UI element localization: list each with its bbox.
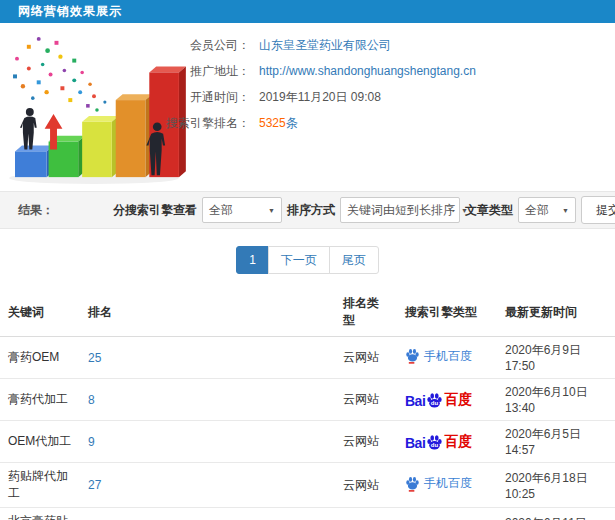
sort-filter-value: 关键词由短到长排序: [347, 202, 455, 219]
cell-engine-type: Baidu百度: [397, 421, 497, 463]
table-header-row: 关键词 排名 排名类型 搜索引擎类型 最新更新时间: [0, 288, 615, 337]
header-rank-type: 排名类型: [335, 288, 397, 337]
baidu-logo: Baidu百度: [405, 433, 472, 451]
sort-filter-select[interactable]: 关键词由短到长排序 ▼: [340, 197, 460, 223]
hero-section: 会员公司： 山东皇圣堂药业有限公司 推广地址： http://www.shand…: [0, 23, 615, 191]
cell-keyword: 药贴牌代加工: [0, 463, 80, 508]
baidu-paw-icon: [405, 348, 420, 364]
cell-updated: 2020年6月9日 17:50: [497, 337, 615, 379]
bar-orange: [116, 94, 153, 177]
engine-filter-label: 分搜索引擎查看: [113, 202, 197, 219]
cell-rank-type: 云网站: [335, 421, 397, 463]
baidu-logo-bai: Bai: [405, 393, 425, 409]
pagination-page-1[interactable]: 1: [236, 246, 269, 274]
page-title-bar: 网络营销效果展示: [0, 0, 615, 23]
bar-blue: [15, 146, 54, 178]
baidu-paw-icon: du: [426, 434, 443, 451]
table-row: 膏药OEM25云网站手机百度2020年6月9日 17:50: [0, 337, 615, 379]
chevron-down-icon: ▼: [562, 207, 569, 214]
article-type-select[interactable]: 全部 ▼: [518, 197, 576, 223]
rank-link[interactable]: 25: [88, 351, 101, 365]
cell-keyword: 膏药代加工: [0, 379, 80, 421]
open-time-label: 开通时间：: [160, 89, 250, 106]
page-title: 网络营销效果展示: [18, 4, 122, 18]
table-row: 药贴牌代加工27云网站手机百度2020年6月18日 10:25: [0, 463, 615, 508]
cell-keyword: OEM代加工: [0, 421, 80, 463]
table-row: OEM代加工9云网站Baidu百度2020年6月5日 14:57: [0, 421, 615, 463]
cell-updated: 2020年6月10日 13:40: [497, 379, 615, 421]
result-label: 结果：: [18, 202, 54, 219]
baidu-paw-icon: du: [426, 392, 443, 409]
baidu-logo-cn: 百度: [444, 433, 472, 451]
businessman-left: [20, 108, 37, 149]
cell-rank-type: 云网站: [335, 337, 397, 379]
bar-yellow: [82, 116, 119, 177]
cell-updated: 2020年6月5日 14:57: [497, 421, 615, 463]
chevron-down-icon: ▼: [268, 207, 275, 214]
info-row-open-time: 开通时间： 2019年11月20日 09:08: [160, 84, 476, 110]
baidu-logo-du: du: [431, 442, 439, 448]
submit-button[interactable]: 提交: [581, 196, 615, 224]
promo-url-link[interactable]: http://www.shandonghuangshengtang.cn: [259, 64, 476, 78]
cell-updated: 2020年6月18日 10:25: [497, 463, 615, 508]
keyword-ranking-table: 关键词 排名 排名类型 搜索引擎类型 最新更新时间 膏药OEM25云网站手机百度…: [0, 288, 615, 520]
account-info-panel: 会员公司： 山东皇圣堂药业有限公司 推广地址： http://www.shand…: [160, 32, 476, 136]
info-row-url: 推广地址： http://www.shandonghuangshengtang.…: [160, 58, 476, 84]
baidu-logo-cn: 百度: [444, 391, 472, 409]
engine-filter-select[interactable]: 全部 ▼: [202, 197, 282, 223]
rank-link[interactable]: 8: [88, 393, 95, 407]
cell-rank: 1: [80, 508, 335, 520]
header-keyword: 关键词: [0, 288, 80, 337]
cell-keyword: 膏药OEM: [0, 337, 80, 379]
engine-label: 手机百度: [424, 475, 472, 492]
confetti-dots: [13, 37, 106, 112]
cell-rank: 25: [80, 337, 335, 379]
open-time-value: 2019年11月20日 09:08: [259, 89, 381, 106]
pagination: 1 下一页 尾页: [0, 246, 615, 274]
engine-label: 手机百度: [424, 348, 472, 365]
baidu-paw-icon: [405, 476, 420, 492]
header-rank: 排名: [80, 288, 335, 337]
cell-rank-type: 云网站: [335, 379, 397, 421]
cell-rank: 8: [80, 379, 335, 421]
cell-engine-type: Baidu百度: [397, 379, 497, 421]
pagination-last[interactable]: 尾页: [329, 246, 379, 274]
cell-rank-type: 云网站: [335, 508, 397, 520]
rank-count-label: 搜索引擎排名：: [160, 115, 250, 132]
rank-count-unit: 条: [286, 116, 298, 130]
filter-bar: 结果： 分搜索引擎查看 全部 ▼ 排序方式 关键词由短到长排序 ▼ 文章类型 全…: [0, 191, 615, 229]
filter-controls: 分搜索引擎查看 全部 ▼ 排序方式 关键词由短到长排序 ▼ 文章类型 全部 ▼ …: [113, 196, 615, 224]
rank-link[interactable]: 9: [88, 435, 95, 449]
rank-count-number: 5325: [259, 116, 286, 130]
baidu-logo-bai: Bai: [405, 435, 425, 451]
table-row: 膏药代加工8云网站Baidu百度2020年6月10日 13:40: [0, 379, 615, 421]
company-link[interactable]: 山东皇圣堂药业有限公司: [259, 37, 391, 54]
mobile-baidu-logo: 手机百度: [405, 348, 472, 365]
header-updated: 最新更新时间: [497, 288, 615, 337]
article-type-value: 全部: [525, 202, 549, 219]
rank-link[interactable]: 27: [88, 478, 101, 492]
info-row-company: 会员公司： 山东皇圣堂药业有限公司: [160, 32, 476, 58]
cell-updated: 2020年6月11日 11:18: [497, 508, 615, 520]
cell-engine-type: 手机百度: [397, 337, 497, 379]
header-engine-type: 搜索引擎类型: [397, 288, 497, 337]
cell-keyword: 北京膏药贴牌: [0, 508, 80, 520]
table-row: 北京膏药贴牌1云网站Baidu百度2020年6月11日 11:18: [0, 508, 615, 520]
sort-filter-label: 排序方式: [287, 202, 335, 219]
rank-count-value: 5325条: [259, 115, 298, 132]
cell-engine-type: Baidu百度: [397, 508, 497, 520]
pagination-next[interactable]: 下一页: [268, 246, 330, 274]
engine-filter-value: 全部: [209, 202, 233, 219]
mobile-baidu-logo: 手机百度: [405, 475, 472, 492]
baidu-logo: Baidu百度: [405, 391, 472, 409]
info-row-rank-count: 搜索引擎排名： 5325条: [160, 110, 476, 136]
promo-url-label: 推广地址：: [160, 63, 250, 80]
company-label: 会员公司：: [160, 37, 250, 54]
page: 网络营销效果展示: [0, 0, 615, 520]
cell-engine-type: 手机百度: [397, 463, 497, 508]
baidu-logo-du: du: [431, 400, 439, 406]
cell-rank: 27: [80, 463, 335, 508]
article-type-label: 文章类型: [465, 202, 513, 219]
cell-rank: 9: [80, 421, 335, 463]
cell-rank-type: 云网站: [335, 463, 397, 508]
